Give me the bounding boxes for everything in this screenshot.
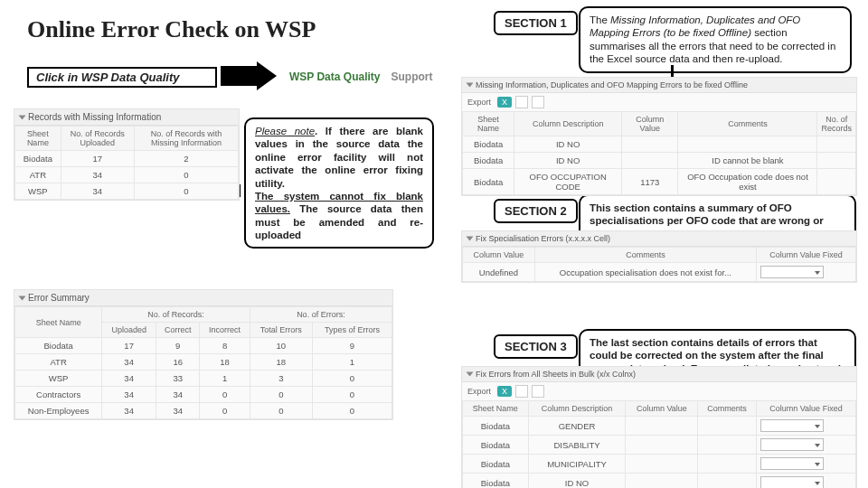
table-row: BiodataID NO: [463, 474, 856, 489]
table-row: Biodata172: [15, 151, 239, 167]
table-row: Biodata1798109: [15, 338, 392, 354]
collapse-icon[interactable]: [19, 296, 26, 300]
export-xls-button[interactable]: X: [497, 97, 512, 108]
table-row: WSP340: [15, 183, 239, 200]
table-row: BiodataDISABILITY: [463, 436, 856, 455]
export-label: Export: [467, 98, 491, 107]
export-xls-button[interactable]: X: [497, 386, 512, 397]
panel-fix-spec-title: Fix Specialisation Errors (x.x.x.x Cell): [476, 234, 610, 243]
panel-offline-errors: Missing Information, Duplicates and OFO …: [461, 77, 857, 196]
panel-fix-specialisation: Fix Specialisation Errors (x.x.x.x Cell)…: [461, 230, 857, 283]
table-missing-info: Sheet Name No. of Records Uploaded No. o…: [14, 126, 239, 200]
table-fix-spec: Column Value Comments Column Value Fixed…: [462, 247, 856, 282]
export-option-button[interactable]: [515, 385, 528, 398]
table-row: Contractors3434000: [15, 387, 392, 403]
panel-missing-info: Records with Missing Information Sheet N…: [14, 108, 240, 201]
section-3-label: SECTION 3: [494, 334, 578, 359]
table-row: Non-Employees3434000: [15, 403, 392, 419]
dropdown[interactable]: [760, 457, 824, 470]
tab-support[interactable]: Support: [391, 70, 432, 83]
table-row: BiodataOFO OCCUPATION CODE1173OFO Occupa…: [463, 169, 856, 195]
toolbar-bulk: Export X: [462, 382, 856, 400]
callout-section1: The Missing Information, Duplicates and …: [579, 6, 852, 73]
panel-error-summary: Error Summary Sheet Name No. of Records:…: [14, 289, 393, 420]
section-2-label: SECTION 2: [494, 199, 578, 223]
dropdown[interactable]: [760, 266, 824, 278]
table-fix-bulk: Sheet Name Column Description Column Val…: [462, 400, 856, 488]
table-row: BiodataID NOID cannot be blank: [463, 153, 856, 169]
page-title: Online Error Check on WSP: [27, 16, 316, 43]
panel-error-summary-title: Error Summary: [28, 293, 90, 303]
panel-fix-bulk: Fix Errors from All Sheets in Bulk (x/x …: [461, 366, 857, 488]
dropdown[interactable]: [760, 419, 824, 432]
table-error-summary: Sheet Name No. of Records: No. of Errors…: [14, 306, 392, 419]
tab-bar: WSP Data Quality Support: [289, 70, 432, 83]
click-wsp-label: Click in WSP Data Quality: [27, 67, 217, 88]
table-row: WSP3433130: [15, 371, 392, 387]
panel-fix-bulk-title: Fix Errors from All Sheets in Bulk (x/x …: [476, 370, 636, 379]
export-option-button[interactable]: [532, 385, 544, 398]
export-option-button[interactable]: [532, 96, 544, 108]
collapse-icon[interactable]: [467, 83, 474, 88]
table-row: ATR341618181: [15, 354, 392, 371]
dropdown[interactable]: [760, 438, 824, 451]
export-label: Export: [467, 387, 491, 396]
panel-missing-info-title: Records with Missing Information: [28, 112, 161, 122]
table-row: ATR340: [15, 167, 239, 183]
table-row: BiodataMUNICIPALITY: [463, 455, 856, 474]
table-row: UndefinedOccupation specialisation does …: [463, 263, 856, 282]
collapse-icon[interactable]: [19, 115, 26, 119]
collapse-icon[interactable]: [467, 237, 474, 241]
dropdown[interactable]: [760, 476, 824, 488]
export-option-button[interactable]: [515, 96, 528, 108]
arrow-click-to-tab: [221, 66, 257, 86]
tab-wsp-data-quality[interactable]: WSP Data Quality: [289, 70, 380, 83]
toolbar-offline: Export X: [462, 93, 856, 111]
table-row: BiodataGENDER: [463, 417, 856, 436]
panel-offline-errors-title: Missing Information, Duplicates and OFO …: [476, 80, 748, 89]
table-row: BiodataID NO: [463, 136, 856, 153]
table-offline-errors: Sheet Name Column Description Column Val…: [462, 111, 856, 195]
section-1-label: SECTION 1: [494, 11, 578, 35]
callout-please-note: Please note. If there are blank values i…: [244, 117, 434, 249]
collapse-icon[interactable]: [467, 372, 474, 377]
